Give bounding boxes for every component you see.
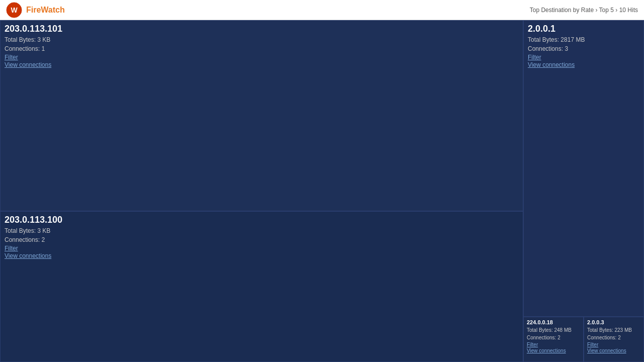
- app-name: FireWatch: [26, 6, 65, 15]
- tile-top-left-connections: Connections: 1: [5, 44, 519, 53]
- tile-rbl-bytes: Total Bytes: 248 MB: [527, 326, 580, 334]
- tile-right-top-bytes: Total Bytes: 2817 MB: [528, 35, 639, 44]
- tile-rbr-ip: 2.0.0.3: [587, 319, 640, 325]
- tile-right-top-filter[interactable]: Filter: [528, 54, 639, 61]
- tile-rbr-connections: Connections: 2: [587, 334, 640, 341]
- header: W FireWatch Top Destination by Rate › To…: [0, 0, 644, 20]
- main-content: 203.0.113.101 Total Bytes: 3 KB Connecti…: [0, 20, 644, 362]
- tile-rbr-view-connections[interactable]: View connections: [587, 348, 640, 353]
- tile-top-left-bytes: Total Bytes: 3 KB: [5, 35, 519, 44]
- tile-top-left-filter[interactable]: Filter: [5, 54, 519, 61]
- breadcrumb-sep1: ›: [595, 7, 597, 14]
- tile-right-top-view-connections[interactable]: View connections: [528, 61, 639, 68]
- tile-rbl-filter[interactable]: Filter: [527, 342, 580, 347]
- tile-top-left-ip: 203.0.113.101: [5, 24, 519, 34]
- logo-area: W FireWatch: [6, 2, 65, 18]
- tile-bottom-left-bytes: Total Bytes: 3 KB: [5, 226, 519, 235]
- tile-rbr-filter[interactable]: Filter: [587, 342, 640, 347]
- tile-bottom-left-ip: 203.0.113.100: [5, 215, 519, 225]
- tile-rbl-connections: Connections: 2: [527, 334, 580, 341]
- tile-bottom-left-connections: Connections: 2: [5, 235, 519, 244]
- watchguard-logo-icon: W: [6, 2, 22, 18]
- breadcrumb-hits: 10 Hits: [619, 7, 638, 14]
- tile-top-left: 203.0.113.101 Total Bytes: 3 KB Connecti…: [0, 20, 523, 211]
- breadcrumb: Top Destination by Rate › Top 5 › 10 Hit…: [530, 7, 638, 14]
- tile-rbl-ip: 224.0.0.18: [527, 319, 580, 325]
- tile-right-top-connections: Connections: 3: [528, 44, 639, 53]
- tile-right-bottom-right: 2.0.0.3 Total Bytes: 223 MB Connections:…: [584, 317, 644, 362]
- tile-top-left-view-connections[interactable]: View connections: [5, 61, 519, 68]
- tile-bottom-left: 203.0.113.100 Total Bytes: 3 KB Connecti…: [0, 211, 523, 362]
- tile-rbl-view-connections[interactable]: View connections: [527, 348, 580, 353]
- tile-right-bottom-left: 224.0.0.18 Total Bytes: 248 MB Connectio…: [523, 317, 584, 362]
- tile-bottom-left-filter[interactable]: Filter: [5, 245, 519, 252]
- tile-rbr-bytes: Total Bytes: 223 MB: [587, 326, 640, 334]
- breadcrumb-sep2: ›: [615, 7, 617, 14]
- breadcrumb-text: Top Destination by Rate: [530, 7, 594, 14]
- right-tiles-bottom: 224.0.0.18 Total Bytes: 248 MB Connectio…: [523, 317, 644, 362]
- left-panel: 203.0.113.101 Total Bytes: 3 KB Connecti…: [0, 20, 523, 362]
- tile-right-top: 2.0.0.1 Total Bytes: 2817 MB Connections…: [523, 20, 644, 317]
- tile-right-top-ip: 2.0.0.1: [528, 24, 639, 34]
- right-panel: 2.0.0.1 Total Bytes: 2817 MB Connections…: [523, 20, 644, 362]
- tile-bottom-left-view-connections[interactable]: View connections: [5, 252, 519, 259]
- breadcrumb-top: Top 5: [599, 7, 614, 14]
- svg-text:W: W: [11, 6, 18, 14]
